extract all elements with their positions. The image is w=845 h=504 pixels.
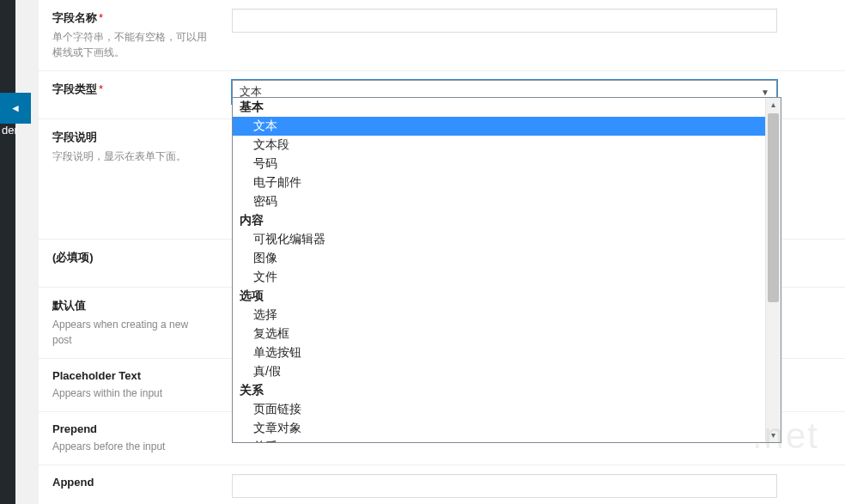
append-input[interactable] xyxy=(232,474,777,498)
option[interactable]: 图像 xyxy=(233,249,765,268)
row-field-name: 字段名称* 单个字符串，不能有空格，可以用横线或下画线。 xyxy=(39,0,845,70)
dropdown-list: 基本文本文本段号码电子邮件密码内容可视化编辑器图像文件选项选择复选框单选按钮真/… xyxy=(233,98,765,442)
optgroup: 基本 xyxy=(233,98,765,117)
option[interactable]: 文件 xyxy=(233,268,765,287)
dropdown-scrollbar[interactable]: ▴ ▾ xyxy=(765,98,781,442)
label-required: (必填项) xyxy=(52,251,94,264)
desc-prepend: Appears before the input xyxy=(52,439,210,454)
option[interactable]: 可视化编辑器 xyxy=(233,230,765,249)
option[interactable]: 电子邮件 xyxy=(233,173,765,192)
sidebar-item-partial[interactable]: der xyxy=(0,120,20,140)
desc-field-name: 单个字符串，不能有空格，可以用横线或下画线。 xyxy=(52,29,210,60)
label-field-type: 字段类型 xyxy=(52,82,97,95)
label-append: Append xyxy=(52,476,94,489)
scroll-up-icon[interactable]: ▴ xyxy=(766,98,781,112)
option[interactable]: 复选框 xyxy=(233,325,765,343)
label-field-desc: 字段说明 xyxy=(52,131,97,143)
optgroup: 内容 xyxy=(233,211,765,230)
label-prepend: Prepend xyxy=(52,422,97,435)
option[interactable]: 号码 xyxy=(233,155,765,173)
collapse-icon: ◄ xyxy=(10,102,21,114)
option[interactable]: 密码 xyxy=(233,192,765,211)
option[interactable]: 真/假 xyxy=(233,362,765,381)
optgroup: 关系 xyxy=(233,381,765,400)
label-field-name: 字段名称 xyxy=(52,11,97,24)
desc-default: Appears when creating a new post xyxy=(52,317,210,348)
desc-field-desc: 字段说明，显示在表单下面。 xyxy=(52,149,210,164)
option[interactable]: 选择 xyxy=(233,306,765,325)
scroll-down-icon[interactable]: ▾ xyxy=(766,428,781,442)
optgroup: 选项 xyxy=(233,287,765,306)
field-type-dropdown: 基本文本文本段号码电子邮件密码内容可视化编辑器图像文件选项选择复选框单选按钮真/… xyxy=(232,97,781,443)
option[interactable]: 关系 xyxy=(233,438,765,442)
option[interactable]: 文章对象 xyxy=(233,419,765,438)
option[interactable]: 文本 xyxy=(233,117,765,136)
option[interactable]: 页面链接 xyxy=(233,400,765,419)
chevron-down-icon: ▼ xyxy=(761,88,769,97)
option[interactable]: 单选按钮 xyxy=(233,343,765,362)
label-default: 默认值 xyxy=(52,299,86,312)
sidebar-active-indicator: ◄ xyxy=(0,93,31,124)
required-mark: * xyxy=(99,82,103,95)
row-append: Append xyxy=(39,465,845,504)
admin-sidebar: ◄ der xyxy=(0,0,15,504)
option[interactable]: 文本段 xyxy=(233,136,765,155)
label-placeholder: Placeholder Text xyxy=(52,369,141,382)
field-name-input[interactable] xyxy=(232,9,777,33)
required-mark: * xyxy=(99,11,103,24)
desc-placeholder: Appears within the input xyxy=(52,386,210,401)
scroll-thumb[interactable] xyxy=(768,113,779,302)
